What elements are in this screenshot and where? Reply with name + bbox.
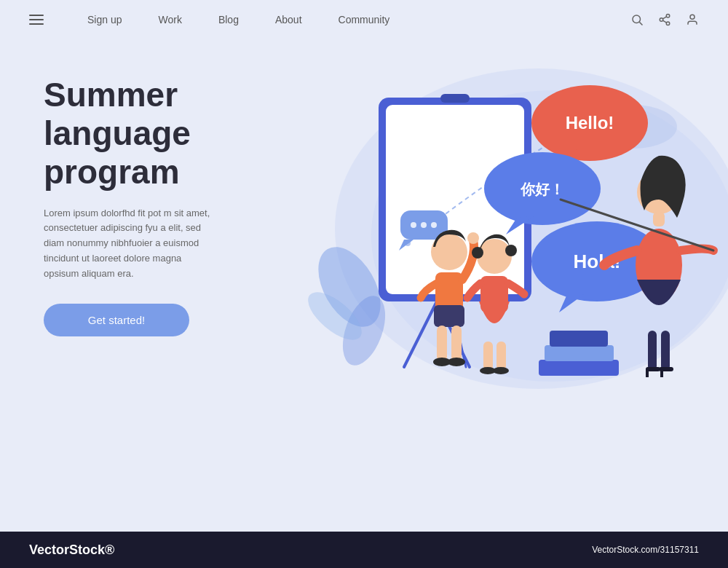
hero-title: Summer language program <box>44 76 248 192</box>
footer-url: VectorStock.com/31157311 <box>592 545 699 555</box>
svg-line-6 <box>662 17 666 19</box>
svg-point-51 <box>467 232 479 244</box>
svg-point-23 <box>411 222 416 228</box>
nav-signup[interactable]: Sign up <box>87 14 122 25</box>
footer-brand: VectorStock® <box>29 543 114 558</box>
svg-rect-35 <box>539 360 619 376</box>
main-illustration: Hello! 你好！ Hola! <box>277 54 728 447</box>
svg-line-14 <box>404 301 437 367</box>
svg-point-24 <box>421 222 427 228</box>
svg-point-63 <box>493 367 509 374</box>
svg-rect-53 <box>451 326 462 362</box>
svg-rect-61 <box>496 342 506 371</box>
svg-point-59 <box>505 245 517 256</box>
left-section: Summer language program Lorem ipsum dolo… <box>0 54 277 527</box>
svg-rect-49 <box>434 305 464 327</box>
cta-button[interactable]: Get started! <box>44 304 189 336</box>
hamburger-menu[interactable] <box>29 15 44 25</box>
svg-point-7 <box>690 15 695 19</box>
main-content: Summer language program Lorem ipsum dolo… <box>0 39 728 527</box>
share-icon[interactable] <box>658 13 671 26</box>
svg-rect-42 <box>648 331 657 371</box>
svg-rect-40 <box>653 212 665 226</box>
svg-point-55 <box>448 358 465 366</box>
svg-text:Hello!: Hello! <box>566 113 614 133</box>
svg-text:你好！: 你好！ <box>520 181 564 197</box>
svg-point-4 <box>666 22 670 25</box>
hero-description: Lorem ipsum dolorfhd fit pot m sit amet,… <box>44 206 218 282</box>
svg-rect-52 <box>437 326 447 362</box>
svg-point-3 <box>660 18 663 22</box>
svg-rect-60 <box>483 342 493 371</box>
illustration-area: Hello! 你好！ Hola! <box>277 54 728 527</box>
user-icon[interactable] <box>686 13 699 26</box>
nav-blog[interactable]: Blog <box>218 14 239 25</box>
svg-line-5 <box>662 20 666 23</box>
svg-point-58 <box>472 247 483 259</box>
search-icon[interactable] <box>630 13 644 26</box>
svg-rect-47 <box>646 368 649 377</box>
header: Sign up Work Blog About Community <box>0 0 728 39</box>
header-icons <box>630 13 699 26</box>
svg-rect-37 <box>550 331 608 347</box>
svg-point-2 <box>666 15 670 18</box>
svg-point-25 <box>431 222 437 228</box>
nav-about[interactable]: About <box>275 14 302 25</box>
nav-community[interactable]: Community <box>339 14 390 25</box>
svg-rect-36 <box>545 345 614 361</box>
svg-rect-19 <box>440 94 470 103</box>
svg-rect-46 <box>660 368 663 377</box>
nav: Sign up Work Blog About Community <box>87 14 630 25</box>
nav-work[interactable]: Work <box>158 14 181 25</box>
svg-line-1 <box>639 22 642 25</box>
footer: VectorStock® VectorStock.com/31157311 <box>0 532 728 568</box>
svg-rect-43 <box>661 331 670 371</box>
svg-point-0 <box>633 15 641 23</box>
